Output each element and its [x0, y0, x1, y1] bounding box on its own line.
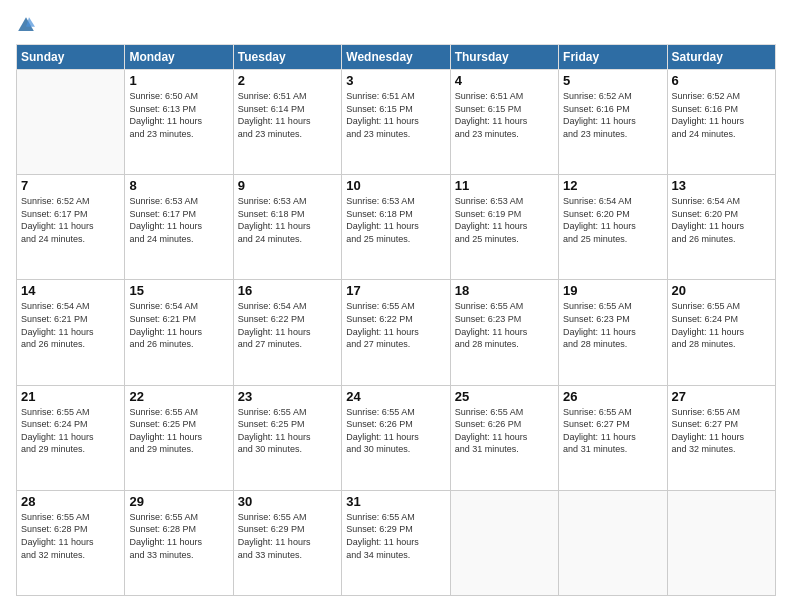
week-row-1: 1Sunrise: 6:50 AM Sunset: 6:13 PM Daylig… [17, 70, 776, 175]
day-cell: 7Sunrise: 6:52 AM Sunset: 6:17 PM Daylig… [17, 175, 125, 280]
day-cell: 31Sunrise: 6:55 AM Sunset: 6:29 PM Dayli… [342, 490, 450, 595]
day-cell: 24Sunrise: 6:55 AM Sunset: 6:26 PM Dayli… [342, 385, 450, 490]
day-cell [450, 490, 558, 595]
day-cell: 25Sunrise: 6:55 AM Sunset: 6:26 PM Dayli… [450, 385, 558, 490]
logo-icon [17, 16, 35, 34]
day-info: Sunrise: 6:52 AM Sunset: 6:16 PM Dayligh… [563, 90, 662, 140]
day-cell [667, 490, 775, 595]
day-info: Sunrise: 6:55 AM Sunset: 6:29 PM Dayligh… [238, 511, 337, 561]
day-cell: 15Sunrise: 6:54 AM Sunset: 6:21 PM Dayli… [125, 280, 233, 385]
day-cell: 13Sunrise: 6:54 AM Sunset: 6:20 PM Dayli… [667, 175, 775, 280]
day-cell: 6Sunrise: 6:52 AM Sunset: 6:16 PM Daylig… [667, 70, 775, 175]
day-info: Sunrise: 6:55 AM Sunset: 6:24 PM Dayligh… [21, 406, 120, 456]
day-info: Sunrise: 6:53 AM Sunset: 6:18 PM Dayligh… [238, 195, 337, 245]
day-number: 4 [455, 73, 554, 88]
day-info: Sunrise: 6:53 AM Sunset: 6:17 PM Dayligh… [129, 195, 228, 245]
day-info: Sunrise: 6:52 AM Sunset: 6:17 PM Dayligh… [21, 195, 120, 245]
day-info: Sunrise: 6:55 AM Sunset: 6:28 PM Dayligh… [21, 511, 120, 561]
day-cell: 27Sunrise: 6:55 AM Sunset: 6:27 PM Dayli… [667, 385, 775, 490]
day-number: 12 [563, 178, 662, 193]
day-cell: 19Sunrise: 6:55 AM Sunset: 6:23 PM Dayli… [559, 280, 667, 385]
day-number: 5 [563, 73, 662, 88]
day-info: Sunrise: 6:55 AM Sunset: 6:25 PM Dayligh… [238, 406, 337, 456]
day-number: 27 [672, 389, 771, 404]
day-number: 3 [346, 73, 445, 88]
day-cell: 11Sunrise: 6:53 AM Sunset: 6:19 PM Dayli… [450, 175, 558, 280]
day-info: Sunrise: 6:54 AM Sunset: 6:21 PM Dayligh… [129, 300, 228, 350]
day-number: 16 [238, 283, 337, 298]
day-number: 9 [238, 178, 337, 193]
day-cell: 4Sunrise: 6:51 AM Sunset: 6:15 PM Daylig… [450, 70, 558, 175]
day-info: Sunrise: 6:55 AM Sunset: 6:22 PM Dayligh… [346, 300, 445, 350]
day-number: 24 [346, 389, 445, 404]
calendar-table: SundayMondayTuesdayWednesdayThursdayFrid… [16, 44, 776, 596]
day-number: 15 [129, 283, 228, 298]
page: SundayMondayTuesdayWednesdayThursdayFrid… [0, 0, 792, 612]
logo [16, 16, 37, 34]
day-number: 2 [238, 73, 337, 88]
day-cell [559, 490, 667, 595]
day-number: 19 [563, 283, 662, 298]
day-info: Sunrise: 6:54 AM Sunset: 6:21 PM Dayligh… [21, 300, 120, 350]
day-number: 31 [346, 494, 445, 509]
week-row-3: 14Sunrise: 6:54 AM Sunset: 6:21 PM Dayli… [17, 280, 776, 385]
weekday-header-thursday: Thursday [450, 45, 558, 70]
day-number: 28 [21, 494, 120, 509]
day-cell: 12Sunrise: 6:54 AM Sunset: 6:20 PM Dayli… [559, 175, 667, 280]
day-cell: 10Sunrise: 6:53 AM Sunset: 6:18 PM Dayli… [342, 175, 450, 280]
day-info: Sunrise: 6:55 AM Sunset: 6:23 PM Dayligh… [455, 300, 554, 350]
day-number: 22 [129, 389, 228, 404]
day-number: 10 [346, 178, 445, 193]
day-number: 1 [129, 73, 228, 88]
day-number: 14 [21, 283, 120, 298]
day-cell: 2Sunrise: 6:51 AM Sunset: 6:14 PM Daylig… [233, 70, 341, 175]
week-row-2: 7Sunrise: 6:52 AM Sunset: 6:17 PM Daylig… [17, 175, 776, 280]
day-number: 25 [455, 389, 554, 404]
day-cell: 14Sunrise: 6:54 AM Sunset: 6:21 PM Dayli… [17, 280, 125, 385]
day-cell: 20Sunrise: 6:55 AM Sunset: 6:24 PM Dayli… [667, 280, 775, 385]
day-cell: 18Sunrise: 6:55 AM Sunset: 6:23 PM Dayli… [450, 280, 558, 385]
header [16, 16, 776, 34]
week-row-4: 21Sunrise: 6:55 AM Sunset: 6:24 PM Dayli… [17, 385, 776, 490]
day-cell: 22Sunrise: 6:55 AM Sunset: 6:25 PM Dayli… [125, 385, 233, 490]
day-info: Sunrise: 6:54 AM Sunset: 6:20 PM Dayligh… [672, 195, 771, 245]
day-cell: 28Sunrise: 6:55 AM Sunset: 6:28 PM Dayli… [17, 490, 125, 595]
day-cell: 21Sunrise: 6:55 AM Sunset: 6:24 PM Dayli… [17, 385, 125, 490]
week-row-5: 28Sunrise: 6:55 AM Sunset: 6:28 PM Dayli… [17, 490, 776, 595]
day-cell: 30Sunrise: 6:55 AM Sunset: 6:29 PM Dayli… [233, 490, 341, 595]
day-info: Sunrise: 6:55 AM Sunset: 6:24 PM Dayligh… [672, 300, 771, 350]
day-number: 21 [21, 389, 120, 404]
day-info: Sunrise: 6:53 AM Sunset: 6:18 PM Dayligh… [346, 195, 445, 245]
day-cell: 5Sunrise: 6:52 AM Sunset: 6:16 PM Daylig… [559, 70, 667, 175]
day-cell: 9Sunrise: 6:53 AM Sunset: 6:18 PM Daylig… [233, 175, 341, 280]
day-info: Sunrise: 6:51 AM Sunset: 6:14 PM Dayligh… [238, 90, 337, 140]
day-number: 29 [129, 494, 228, 509]
day-info: Sunrise: 6:55 AM Sunset: 6:27 PM Dayligh… [672, 406, 771, 456]
day-info: Sunrise: 6:54 AM Sunset: 6:22 PM Dayligh… [238, 300, 337, 350]
day-info: Sunrise: 6:51 AM Sunset: 6:15 PM Dayligh… [455, 90, 554, 140]
day-cell: 1Sunrise: 6:50 AM Sunset: 6:13 PM Daylig… [125, 70, 233, 175]
day-info: Sunrise: 6:55 AM Sunset: 6:28 PM Dayligh… [129, 511, 228, 561]
day-info: Sunrise: 6:54 AM Sunset: 6:20 PM Dayligh… [563, 195, 662, 245]
day-cell: 26Sunrise: 6:55 AM Sunset: 6:27 PM Dayli… [559, 385, 667, 490]
day-cell [17, 70, 125, 175]
weekday-header-monday: Monday [125, 45, 233, 70]
weekday-header-saturday: Saturday [667, 45, 775, 70]
day-info: Sunrise: 6:55 AM Sunset: 6:26 PM Dayligh… [455, 406, 554, 456]
day-number: 18 [455, 283, 554, 298]
day-info: Sunrise: 6:55 AM Sunset: 6:23 PM Dayligh… [563, 300, 662, 350]
day-info: Sunrise: 6:50 AM Sunset: 6:13 PM Dayligh… [129, 90, 228, 140]
day-number: 11 [455, 178, 554, 193]
day-info: Sunrise: 6:55 AM Sunset: 6:25 PM Dayligh… [129, 406, 228, 456]
day-number: 17 [346, 283, 445, 298]
weekday-header-row: SundayMondayTuesdayWednesdayThursdayFrid… [17, 45, 776, 70]
day-info: Sunrise: 6:53 AM Sunset: 6:19 PM Dayligh… [455, 195, 554, 245]
day-cell: 23Sunrise: 6:55 AM Sunset: 6:25 PM Dayli… [233, 385, 341, 490]
day-number: 8 [129, 178, 228, 193]
day-cell: 3Sunrise: 6:51 AM Sunset: 6:15 PM Daylig… [342, 70, 450, 175]
day-number: 7 [21, 178, 120, 193]
weekday-header-sunday: Sunday [17, 45, 125, 70]
day-info: Sunrise: 6:51 AM Sunset: 6:15 PM Dayligh… [346, 90, 445, 140]
day-number: 30 [238, 494, 337, 509]
weekday-header-tuesday: Tuesday [233, 45, 341, 70]
